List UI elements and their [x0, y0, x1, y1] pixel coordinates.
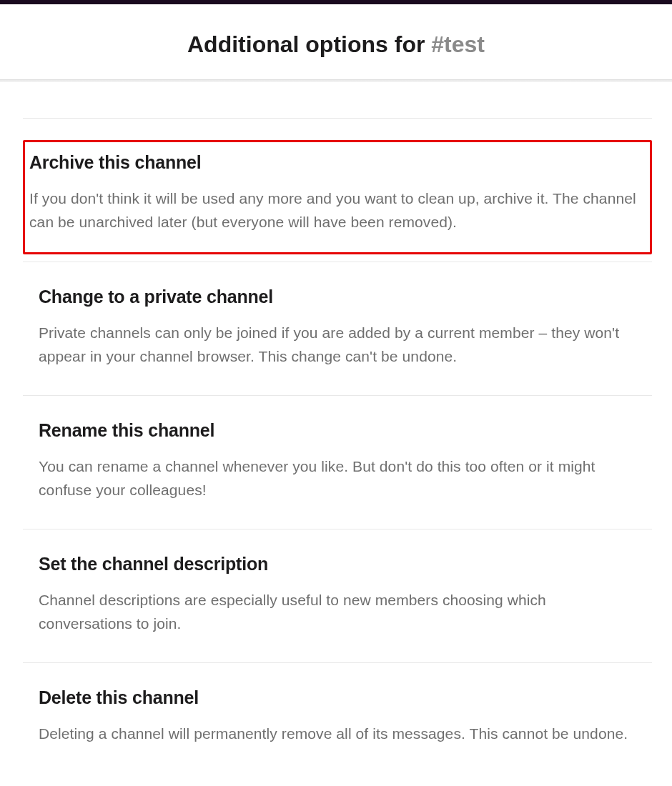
channel-name: #test: [431, 31, 485, 57]
option-description: Private channels can only be joined if y…: [39, 322, 636, 368]
divider: [23, 118, 652, 119]
option-title: Change to a private channel: [39, 287, 636, 307]
page-header: Additional options for #test: [0, 4, 672, 79]
option-delete-channel[interactable]: Delete this channel Deleting a channel w…: [23, 663, 652, 773]
option-title: Rename this channel: [39, 420, 636, 441]
option-set-description[interactable]: Set the channel description Channel desc…: [23, 529, 652, 662]
options-container: Archive this channel If you don't think …: [0, 82, 672, 786]
page-title: Additional options for: [187, 31, 431, 57]
option-change-private[interactable]: Change to a private channel Private chan…: [23, 262, 652, 395]
option-archive-channel[interactable]: Archive this channel If you don't think …: [23, 140, 652, 254]
option-description: You can rename a channel whenever you li…: [39, 455, 636, 502]
option-rename-channel[interactable]: Rename this channel You can rename a cha…: [23, 396, 652, 529]
option-description: Channel descriptions are especially usef…: [39, 589, 636, 635]
option-title: Set the channel description: [39, 554, 636, 574]
option-title: Delete this channel: [39, 687, 636, 708]
option-description: If you don't think it will be used any m…: [29, 187, 644, 234]
option-title: Archive this channel: [29, 152, 644, 173]
option-description: Deleting a channel will permanently remo…: [39, 722, 636, 746]
